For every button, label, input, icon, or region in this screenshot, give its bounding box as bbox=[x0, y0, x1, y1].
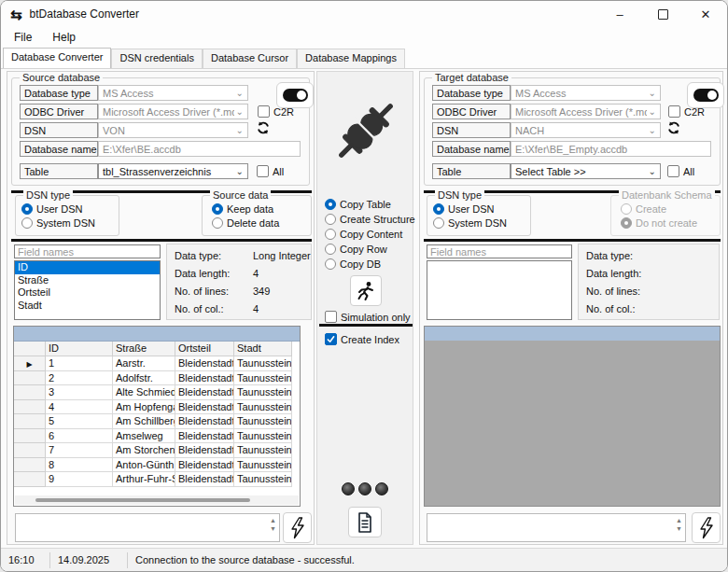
grid-cell[interactable]: Taunusstein bbox=[234, 414, 292, 429]
grid-cell[interactable]: Bleidenstadt bbox=[175, 458, 234, 473]
create-structure-radio[interactable]: Create Structure bbox=[325, 214, 415, 225]
keep-data-radio[interactable]: Keep data bbox=[212, 203, 279, 215]
target-table-dropdown[interactable]: Select Table >>⌄ bbox=[511, 163, 661, 179]
grid-cell[interactable]: Taunusstein bbox=[234, 371, 292, 386]
list-item[interactable]: Stadt bbox=[15, 300, 160, 313]
menu-file[interactable]: File bbox=[7, 29, 39, 46]
grid-cell[interactable]: Taunusstein bbox=[234, 443, 292, 458]
grid-cell[interactable]: Taunusstein bbox=[234, 458, 292, 473]
grid-cell[interactable]: 4 bbox=[46, 400, 113, 415]
grid-horizontal-scrollbar[interactable] bbox=[15, 495, 299, 505]
menu-help[interactable]: Help bbox=[45, 29, 83, 46]
scrollbar-thumb[interactable] bbox=[35, 498, 250, 502]
table-row[interactable]: 6AmselwegBleidenstadtTaunusstein bbox=[14, 429, 300, 444]
grid-cell[interactable]: Bleidenstadt bbox=[175, 371, 234, 386]
row-header-cell[interactable] bbox=[14, 371, 46, 386]
row-header-cell[interactable] bbox=[14, 385, 46, 400]
grid-cell[interactable]: Taunusstein bbox=[234, 356, 292, 371]
row-header-cell[interactable] bbox=[14, 414, 46, 429]
table-row[interactable]: 5Am SchillbergBleidenstadtTaunusstein bbox=[14, 414, 300, 429]
row-header-cell[interactable]: ▶ bbox=[14, 356, 46, 371]
grid-cell[interactable]: 3 bbox=[46, 385, 113, 400]
table-row[interactable]: 7Am StorchenBleidenstadtTaunusstein bbox=[14, 443, 300, 458]
grid-cell[interactable]: Bleidenstadt bbox=[175, 414, 234, 429]
system-dsn-radio[interactable]: System DSN bbox=[433, 217, 507, 229]
grid-cell[interactable]: Taunusstein bbox=[234, 429, 292, 444]
copy-db-radio[interactable]: Copy DB bbox=[325, 258, 415, 270]
grid-column-header-stra-e[interactable]: Straße bbox=[113, 342, 175, 356]
source-c2r-checkbox[interactable]: C2R bbox=[258, 105, 294, 118]
target-sql-input[interactable]: ▲▼ bbox=[427, 513, 686, 542]
minimize-button[interactable]: – bbox=[598, 1, 641, 27]
row-header-cell[interactable] bbox=[14, 472, 46, 487]
close-button[interactable]: ✕ bbox=[684, 1, 727, 27]
target-connect-toggle[interactable] bbox=[687, 82, 724, 108]
target-all-checkbox[interactable]: All bbox=[667, 165, 694, 177]
simulation-only-checkbox[interactable]: Simulation only bbox=[325, 311, 411, 323]
table-row[interactable]: 9Arthur-Fuhr-SBleidenstadtTaunusstein bbox=[14, 472, 300, 487]
copy-table-radio[interactable]: Copy Table bbox=[325, 199, 415, 210]
table-row[interactable]: 8Anton-GünthBleidenstadtTaunusstein bbox=[14, 458, 300, 473]
grid-cell[interactable]: Arthur-Fuhr-S bbox=[113, 472, 175, 487]
tab-database-mappings[interactable]: Database Mappings bbox=[297, 49, 405, 68]
grid-cell[interactable]: Taunusstein bbox=[234, 472, 292, 487]
grid-cell[interactable]: Bleidenstadt bbox=[175, 356, 234, 371]
grid-cell[interactable]: Am Storchen bbox=[113, 443, 175, 458]
grid-column-header-ortsteil[interactable]: Ortsteil bbox=[175, 342, 234, 356]
grid-cell[interactable]: Alte Schmied bbox=[113, 385, 175, 400]
source-sql-input[interactable]: ▲▼ bbox=[15, 513, 280, 542]
run-button[interactable] bbox=[350, 275, 382, 306]
source-execute-button[interactable] bbox=[283, 512, 312, 543]
copy-row-radio[interactable]: Copy Row bbox=[325, 244, 415, 255]
grid-cell[interactable]: 6 bbox=[46, 429, 113, 444]
grid-cell[interactable]: 7 bbox=[46, 443, 113, 458]
source-field-names-list[interactable]: IDStraßeOrtsteilStadt bbox=[14, 260, 161, 320]
source-connect-toggle[interactable] bbox=[276, 82, 314, 108]
spinner[interactable]: ▲▼ bbox=[676, 517, 682, 532]
grid-cell[interactable]: Bleidenstadt bbox=[175, 429, 234, 444]
grid-column-header-stadt[interactable]: Stadt bbox=[234, 342, 292, 356]
table-row[interactable]: 4Am HopfengaBleidenstadtTaunusstein bbox=[14, 400, 300, 415]
grid-cell[interactable]: Anton-Günth bbox=[113, 458, 175, 473]
tab-database-converter[interactable]: Database Converter bbox=[3, 48, 111, 68]
grid-cell[interactable]: Bleidenstadt bbox=[175, 385, 234, 400]
grid-cell[interactable]: Aarstr. bbox=[113, 356, 175, 371]
grid-cell[interactable]: 1 bbox=[46, 356, 113, 371]
copy-content-radio[interactable]: Copy Content bbox=[325, 229, 415, 240]
list-item[interactable]: Straße bbox=[15, 274, 160, 287]
row-header-cell[interactable] bbox=[14, 400, 46, 415]
source-all-checkbox[interactable]: All bbox=[257, 165, 284, 177]
source-data-grid[interactable]: IDStraßeOrtsteilStadt ▶1Aarstr.Bleidenst… bbox=[13, 326, 301, 507]
grid-column-header-id[interactable]: ID bbox=[46, 342, 113, 356]
grid-body[interactable]: ▶1Aarstr.BleidenstadtTaunusstein2Adolfst… bbox=[14, 356, 300, 487]
user-dsn-radio[interactable]: User DSN bbox=[21, 203, 95, 215]
user-dsn-radio[interactable]: User DSN bbox=[433, 203, 507, 215]
grid-cell[interactable]: Bleidenstadt bbox=[175, 400, 234, 415]
create-index-checkbox[interactable]: Create Index bbox=[325, 333, 399, 345]
grid-cell[interactable]: Adolfstr. bbox=[113, 371, 175, 386]
grid-cell[interactable]: Amselweg bbox=[113, 429, 175, 444]
grid-cell[interactable]: 2 bbox=[46, 371, 113, 386]
grid-cell[interactable]: Taunusstein bbox=[234, 385, 292, 400]
row-header-cell[interactable] bbox=[14, 443, 46, 458]
spinner[interactable]: ▲▼ bbox=[270, 517, 276, 532]
system-dsn-radio[interactable]: System DSN bbox=[21, 217, 95, 229]
grid-cell[interactable]: Bleidenstadt bbox=[175, 443, 234, 458]
grid-cell[interactable]: Am Hopfenga bbox=[113, 400, 175, 415]
target-c2r-checkbox[interactable]: C2R bbox=[668, 105, 705, 118]
source-dsn-refresh-button[interactable] bbox=[256, 120, 271, 139]
log-report-button[interactable] bbox=[348, 507, 382, 537]
table-row[interactable]: ▶1Aarstr.BleidenstadtTaunusstein bbox=[14, 356, 300, 371]
target-execute-button[interactable] bbox=[692, 512, 721, 543]
target-field-names-list[interactable] bbox=[427, 260, 572, 320]
list-item[interactable]: ID bbox=[15, 261, 160, 274]
table-row[interactable]: 2Adolfstr.BleidenstadtTaunusstein bbox=[14, 371, 300, 386]
grid-cell[interactable]: Am Schillberg bbox=[113, 414, 175, 429]
table-row[interactable]: 3Alte SchmiedBleidenstadtTaunusstein bbox=[14, 385, 300, 400]
delete-data-radio[interactable]: Delete data bbox=[212, 217, 279, 229]
row-header-cell[interactable] bbox=[14, 458, 46, 473]
target-data-grid[interactable] bbox=[424, 326, 721, 507]
list-item[interactable]: Ortsteil bbox=[15, 286, 160, 300]
source-field-names-input[interactable]: Field names bbox=[14, 244, 161, 258]
tab-dsn-credentials[interactable]: DSN credentials bbox=[111, 49, 202, 68]
